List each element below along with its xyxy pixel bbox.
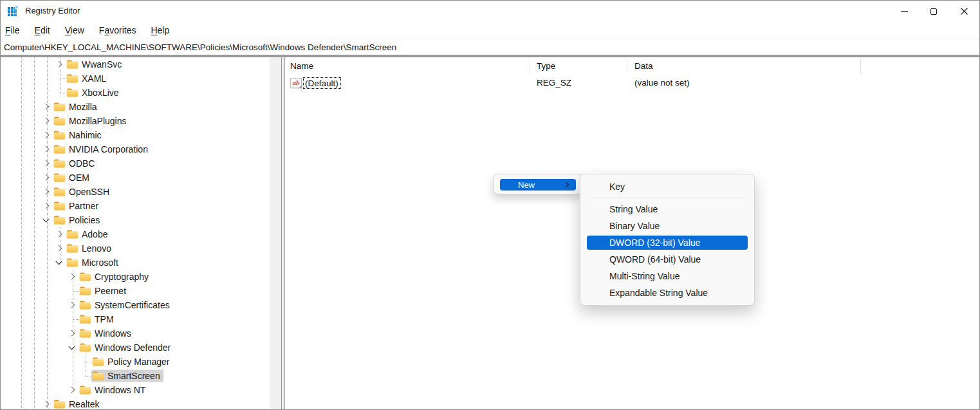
tree-key[interactable]: Policy Manager bbox=[91, 356, 173, 368]
menu-edit[interactable]: Edit bbox=[35, 25, 50, 35]
tree-item-xaml[interactable]: XAML bbox=[1, 71, 270, 86]
column-header-data[interactable]: Data bbox=[634, 57, 653, 75]
chevron-right-icon[interactable] bbox=[56, 61, 62, 68]
tree-item-mozilla[interactable]: Mozilla bbox=[1, 100, 270, 114]
tree-key[interactable]: Windows Defender bbox=[79, 342, 174, 354]
tree-item-odbc[interactable]: ODBC bbox=[1, 156, 270, 171]
tree-item-tpm[interactable]: TPM bbox=[1, 312, 270, 326]
context-menu-item-new[interactable]: New bbox=[500, 179, 576, 191]
address-bar[interactable]: Computer\HKEY_LOCAL_MACHINE\SOFTWARE\Pol… bbox=[1, 40, 979, 55]
menu-help[interactable]: Help bbox=[151, 25, 169, 35]
chevron-down-icon[interactable] bbox=[69, 344, 75, 350]
tree-item-cryptography[interactable]: Cryptography bbox=[1, 270, 270, 284]
tree-item-nvidia-corporation[interactable]: NVIDIA Corporation bbox=[1, 142, 270, 156]
tree-key[interactable]: Microsoft bbox=[66, 257, 122, 269]
tree-item-smartscreen[interactable]: SmartScreen bbox=[1, 369, 270, 383]
chevron-right-icon[interactable] bbox=[43, 118, 50, 124]
submenu-item-expandable-string-value[interactable]: Expandable String Value bbox=[580, 284, 754, 301]
chevron-right-icon[interactable] bbox=[43, 160, 50, 167]
chevron-right-icon[interactable] bbox=[69, 330, 75, 337]
tree-key[interactable]: TPM bbox=[79, 313, 117, 326]
tree-selected-key[interactable]: SmartScreen bbox=[91, 370, 163, 382]
value-row[interactable]: ab(Default)REG_SZ(value not set) bbox=[286, 75, 979, 91]
chevron-right-icon[interactable] bbox=[43, 203, 50, 209]
tree-key[interactable]: Windows bbox=[79, 328, 134, 340]
tree-key[interactable]: Nahimic bbox=[53, 129, 105, 142]
tree-key[interactable]: Partner bbox=[53, 200, 102, 212]
chevron-right-icon[interactable] bbox=[43, 174, 50, 181]
submenu-item-qword-64-bit-value[interactable]: QWORD (64-bit) Value bbox=[580, 251, 754, 268]
tree-key[interactable]: SystemCertificates bbox=[79, 299, 173, 312]
chevron-right-icon[interactable] bbox=[56, 245, 62, 252]
tree-item-partner[interactable]: Partner bbox=[1, 199, 270, 213]
tree-item-label: Cryptography bbox=[95, 272, 149, 282]
menu-favorites[interactable]: Favorites bbox=[99, 25, 136, 35]
tree-item-windows-nt[interactable]: Windows NT bbox=[1, 383, 270, 397]
chevron-right-icon[interactable] bbox=[56, 231, 62, 238]
column-header-name[interactable]: Name bbox=[290, 57, 313, 75]
close-button[interactable] bbox=[949, 1, 979, 22]
tree-key[interactable]: Cryptography bbox=[79, 271, 152, 283]
chevron-right-icon[interactable] bbox=[43, 146, 50, 153]
tree-key[interactable]: OpenSSH bbox=[53, 186, 113, 198]
tree-item-label: Windows NT bbox=[95, 386, 145, 395]
chevron-down-icon[interactable] bbox=[43, 216, 50, 223]
tree-item-windows[interactable]: Windows bbox=[1, 326, 270, 340]
tree-item-openssh[interactable]: OpenSSH bbox=[1, 185, 270, 199]
minimize-button[interactable] bbox=[889, 1, 919, 22]
pane-splitter[interactable] bbox=[281, 57, 285, 409]
menu-view[interactable]: View bbox=[65, 25, 84, 35]
tree-key[interactable]: NVIDIA Corporation bbox=[53, 144, 151, 156]
column-separator[interactable] bbox=[860, 59, 861, 74]
tree-item-realtek[interactable]: Realtek bbox=[1, 397, 270, 409]
tree-item-wwansvc[interactable]: WwanSvc bbox=[1, 57, 270, 71]
tree-key[interactable]: MozillaPlugins bbox=[53, 115, 129, 127]
tree-key[interactable]: Windows NT bbox=[79, 384, 149, 396]
submenu-item-binary-value[interactable]: Binary Value bbox=[580, 218, 754, 234]
submenu-item-string-value[interactable]: String Value bbox=[580, 201, 754, 218]
tree-key[interactable]: Realtek bbox=[53, 398, 102, 410]
tree-key[interactable]: ODBC bbox=[53, 158, 98, 170]
submenu-item-key[interactable]: Key bbox=[580, 178, 754, 195]
tree-item-systemcertificates[interactable]: SystemCertificates bbox=[1, 298, 270, 312]
tree-item-policy-manager[interactable]: Policy Manager bbox=[1, 355, 270, 369]
maximize-button[interactable] bbox=[919, 1, 948, 22]
chevron-down-icon[interactable] bbox=[56, 259, 62, 265]
menu-file[interactable]: File bbox=[5, 25, 20, 35]
tree-key[interactable]: WwanSvc bbox=[66, 59, 125, 71]
tree-item-xboxlive[interactable]: XboxLive bbox=[1, 86, 270, 100]
chevron-right-icon[interactable] bbox=[43, 401, 50, 407]
tree-item-nahimic[interactable]: Nahimic bbox=[1, 128, 270, 142]
tree-item-peernet[interactable]: Peernet bbox=[1, 284, 270, 298]
chevron-right-icon[interactable] bbox=[69, 387, 75, 393]
chevron-right-icon[interactable] bbox=[43, 132, 50, 138]
folder-icon bbox=[54, 131, 65, 140]
tree-key[interactable]: Peernet bbox=[79, 285, 129, 297]
maximize-icon bbox=[930, 8, 937, 15]
chevron-right-icon[interactable] bbox=[43, 189, 50, 195]
chevron-right-icon[interactable] bbox=[69, 274, 75, 280]
chevron-right-icon[interactable] bbox=[69, 302, 75, 308]
column-header-type[interactable]: Type bbox=[537, 57, 555, 75]
folder-icon bbox=[54, 174, 65, 182]
tree-item-adobe[interactable]: Adobe bbox=[1, 227, 270, 241]
tree-key[interactable]: XboxLive bbox=[66, 87, 122, 99]
chevron-right-icon[interactable] bbox=[43, 104, 50, 110]
tree-key[interactable]: Lenovo bbox=[66, 243, 115, 255]
tree-key[interactable]: OEM bbox=[53, 172, 93, 184]
tree-key[interactable]: XAML bbox=[66, 73, 109, 85]
submenu-item-dword-32-bit-value[interactable]: DWORD (32-bit) Value bbox=[587, 236, 748, 250]
tree-item-windows-defender[interactable]: Windows Defender bbox=[1, 340, 270, 355]
column-separator[interactable] bbox=[530, 59, 530, 74]
tree-item-policies[interactable]: Policies bbox=[1, 213, 270, 227]
tree-item-lenovo[interactable]: Lenovo bbox=[1, 241, 270, 256]
tree-item-mozillaplugins[interactable]: MozillaPlugins bbox=[1, 114, 270, 128]
submenu-item-multi-string-value[interactable]: Multi-String Value bbox=[580, 268, 754, 284]
tree-key[interactable]: Policies bbox=[53, 214, 103, 227]
column-separator[interactable] bbox=[627, 59, 627, 74]
tree-item-microsoft[interactable]: Microsoft bbox=[1, 256, 270, 270]
tree-item-oem[interactable]: OEM bbox=[1, 171, 270, 185]
tree-key[interactable]: Mozilla bbox=[53, 101, 100, 113]
tree-key[interactable]: Adobe bbox=[66, 228, 111, 241]
tree-scrollbar[interactable] bbox=[270, 57, 281, 409]
